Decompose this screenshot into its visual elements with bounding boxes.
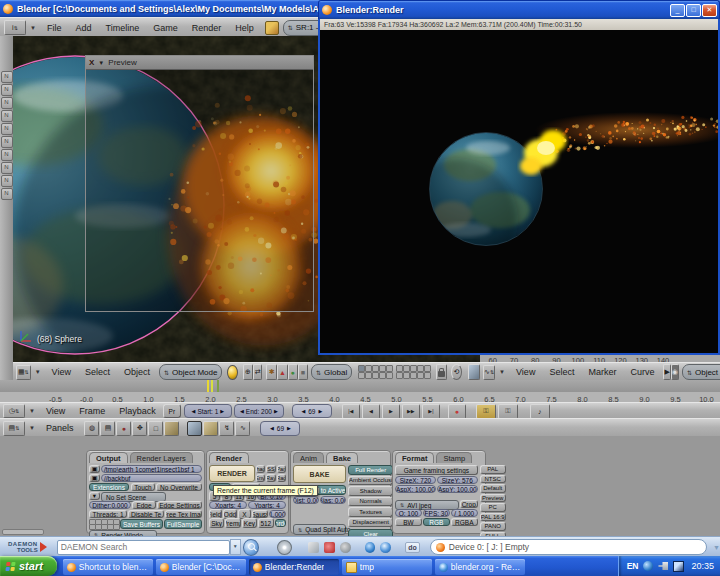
sizey-field[interactable]: SizeY: 576 bbox=[437, 476, 478, 484]
render-preview-toggle-icon[interactable]: ● bbox=[288, 364, 298, 380]
dist-field[interactable]: Dist: 0.00 bbox=[293, 496, 319, 504]
search-icon[interactable] bbox=[243, 539, 260, 556]
threads-toggle[interactable]: Threads: 1 bbox=[89, 510, 127, 518]
collapse-menu-icon[interactable]: ▼ bbox=[35, 369, 41, 375]
menubar-menu[interactable]: Render bbox=[192, 23, 222, 33]
lock-icon[interactable] bbox=[436, 364, 447, 380]
frame-counter-field[interactable]: ◀69▶ bbox=[260, 421, 300, 436]
sound-subcontext-icon[interactable]: ∿ bbox=[235, 421, 250, 436]
device-selector[interactable]: Device 0: [ J: ] Empty bbox=[430, 539, 707, 555]
toolbar-chevron-icon[interactable]: ▼ bbox=[713, 544, 720, 551]
tray-daemon-icon[interactable] bbox=[643, 561, 653, 571]
layer-button[interactable] bbox=[410, 365, 417, 372]
window-type-icon[interactable]: i⇅ bbox=[4, 20, 26, 35]
preview-close-icon[interactable]: X bbox=[89, 58, 94, 67]
key-icon[interactable]: ⚿ bbox=[498, 404, 518, 419]
history-icon[interactable]: ⟲ bbox=[451, 364, 462, 380]
timeline-menu[interactable]: Frame bbox=[79, 406, 105, 416]
taskbar-item-tmp-folder[interactable]: tmp bbox=[342, 559, 432, 575]
side-toolbar-button[interactable]: N bbox=[1, 123, 13, 135]
fps-base-field[interactable]: / 1.000 bbox=[451, 509, 478, 517]
touch-toggle[interactable]: Touch bbox=[131, 483, 155, 491]
output-path-field[interactable]: /tmp\earth 1comet1insect1bsf 1 bbox=[101, 465, 202, 473]
jump-start-button[interactable]: |◀ bbox=[342, 404, 360, 419]
layer-button[interactable] bbox=[417, 372, 424, 379]
render-layer-grid[interactable] bbox=[89, 519, 119, 529]
bake-mode-toggle[interactable]: Full Render bbox=[348, 465, 393, 475]
maximize-button[interactable]: □ bbox=[686, 4, 701, 17]
browser-icon[interactable] bbox=[380, 542, 391, 553]
bake-mode-toggle[interactable]: Ambient Occlusi bbox=[348, 476, 393, 486]
viewport-type-icon[interactable]: ▦⇅ bbox=[16, 365, 31, 380]
side-toolbar-button[interactable]: N bbox=[1, 175, 13, 187]
menubar-menu[interactable]: Timeline bbox=[105, 23, 139, 33]
horizontal-scrollbar[interactable] bbox=[2, 529, 44, 535]
backbuf-field[interactable]: //backbuf bbox=[101, 474, 202, 482]
layer-button[interactable] bbox=[365, 372, 372, 379]
disc-icon[interactable] bbox=[277, 540, 292, 555]
bake-button[interactable]: BAKE bbox=[293, 465, 346, 483]
orientation-selector[interactable]: ⇅ Global bbox=[311, 364, 352, 380]
edge-settings-button[interactable]: Edge Settings bbox=[157, 501, 202, 509]
free-tex-toggle[interactable]: Free Tex Imag bbox=[165, 510, 202, 518]
side-toolbar-button[interactable]: N bbox=[1, 84, 13, 96]
crop-toggle[interactable]: Crop bbox=[460, 500, 478, 508]
preview-collapse-icon[interactable]: ▼ bbox=[98, 60, 104, 66]
gauss-selector[interactable]: Gauss bbox=[252, 510, 268, 518]
alpha-mode-toggle[interactable]: Key bbox=[242, 518, 257, 528]
sequencer-subcontext-icon[interactable] bbox=[203, 421, 218, 436]
eye-icon[interactable]: ◉ bbox=[671, 364, 679, 380]
render-option-toggle[interactable]: Pan bbox=[277, 465, 286, 473]
gauss-value-field[interactable]: 1.000 bbox=[269, 510, 286, 518]
dither-field[interactable]: Dither:0.000 bbox=[89, 501, 131, 509]
tab-stamp[interactable]: Stamp bbox=[436, 452, 472, 463]
package-icon[interactable] bbox=[265, 21, 279, 35]
ipo-type-selector[interactable]: ⇅ Object bbox=[682, 364, 720, 380]
snap-icon[interactable]: ▲ bbox=[277, 364, 287, 380]
tab-render-layers[interactable]: Render Layers bbox=[130, 452, 193, 463]
tab-format[interactable]: Format bbox=[395, 452, 434, 463]
channel-toggle[interactable]: RGBA bbox=[451, 518, 478, 526]
layer-button[interactable] bbox=[386, 365, 393, 372]
script-context-icon[interactable]: ▤ bbox=[100, 421, 115, 436]
translate-manipulator-icon[interactable]: ⊕ bbox=[243, 364, 254, 380]
next-keyframe-button[interactable]: ▶▶ bbox=[402, 404, 420, 419]
render-window-titlebar[interactable]: Blender:Render _ □ ✕ bbox=[318, 0, 720, 19]
menubar-menu[interactable]: File bbox=[47, 23, 62, 33]
collapse-menu-icon[interactable]: ▼ bbox=[499, 369, 505, 375]
side-toolbar-button[interactable]: N bbox=[1, 71, 13, 83]
close-button[interactable]: ✕ bbox=[702, 4, 717, 17]
menubar-menu[interactable]: Add bbox=[75, 23, 91, 33]
format-preset-button[interactable]: Default bbox=[480, 484, 506, 493]
collapse-menu-icon[interactable]: ▼ bbox=[30, 25, 36, 31]
bake-mode-toggle[interactable]: Displacement bbox=[348, 518, 393, 528]
render-option-toggle[interactable]: Rad bbox=[277, 474, 286, 482]
layer-button[interactable] bbox=[424, 365, 431, 372]
search-dropdown-icon[interactable]: ▼ bbox=[230, 539, 241, 555]
side-toolbar-button[interactable]: N bbox=[1, 162, 13, 174]
render-option-toggle[interactable]: Shado bbox=[256, 465, 265, 473]
save-buffers-toggle[interactable]: Save Buffers bbox=[120, 519, 163, 529]
layer-buttons[interactable] bbox=[396, 366, 430, 379]
alpha-mode-toggle[interactable]: 512 bbox=[258, 518, 273, 528]
taskbar-item-shortcut-to-blender[interactable]: Shortcut to blender bbox=[63, 559, 153, 575]
render-subcontext-icon[interactable] bbox=[187, 421, 202, 436]
layer-button[interactable] bbox=[358, 372, 365, 379]
ipo-window-type-icon[interactable]: ∿⇅ bbox=[483, 365, 495, 380]
layer-buttons[interactable] bbox=[358, 366, 392, 379]
yparts-field[interactable]: Yparts: 4 bbox=[248, 501, 286, 509]
record-button[interactable]: ● bbox=[448, 404, 466, 419]
layer-button[interactable] bbox=[424, 372, 431, 379]
viewport-menu[interactable]: View bbox=[52, 367, 71, 377]
web-icon[interactable] bbox=[365, 542, 376, 553]
side-toolbar-button[interactable]: N bbox=[1, 149, 13, 161]
language-indicator[interactable]: EN bbox=[627, 561, 639, 571]
scene-link-icon[interactable]: ▾ bbox=[89, 492, 100, 500]
minimize-button[interactable]: _ bbox=[670, 4, 685, 17]
prev-keyframe-button[interactable]: ◀ bbox=[362, 404, 380, 419]
render-window[interactable]: Blender:Render _ □ ✕ Fra:63 Ve:15398 Fa:… bbox=[318, 0, 720, 352]
jump-end-button[interactable]: ▶| bbox=[422, 404, 440, 419]
layer-button[interactable] bbox=[365, 365, 372, 372]
xparts-field[interactable]: Xparts: 4 bbox=[209, 501, 247, 509]
render-option-toggle[interactable]: SS bbox=[266, 465, 275, 473]
